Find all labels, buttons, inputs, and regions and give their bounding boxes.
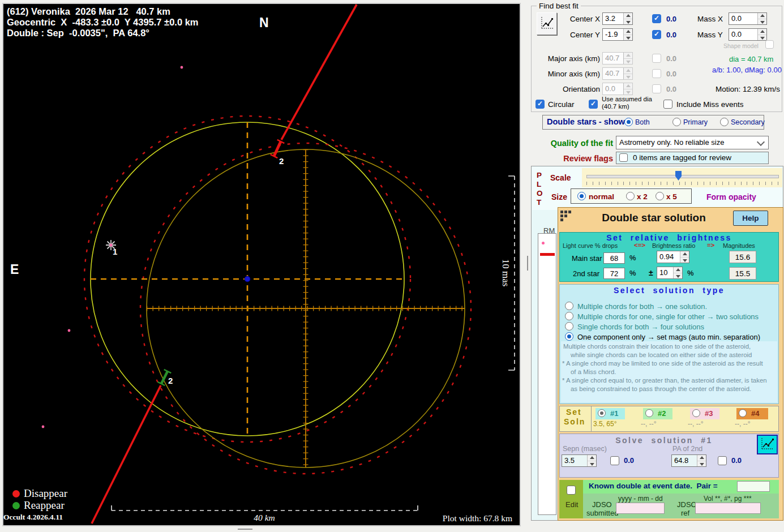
tolerance-input[interactable]: 10 (657, 267, 683, 279)
solution-type-radio-4[interactable] (565, 332, 573, 341)
mas-scale-label: 10 mas (500, 256, 511, 289)
brightness-title: Set relative brightness (559, 233, 779, 242)
size-normal-radio[interactable] (577, 192, 586, 200)
major-axis-input[interactable]: 40.7 (602, 52, 633, 65)
soln3-tag[interactable]: #3 (705, 409, 713, 418)
use-assumed-dia-checkbox[interactable] (589, 100, 598, 109)
disappear-marker (274, 141, 281, 156)
solution-type-option-4[interactable]: One component only → set mags (auto min.… (577, 333, 760, 341)
solution-type-option-3[interactable]: Single chords for both → four solutions (577, 323, 704, 331)
solution-type-title: Select solution type (559, 286, 779, 295)
pa-input[interactable]: 64.8 (671, 454, 706, 467)
note-line: * A single chord may be limited to one s… (562, 360, 763, 367)
minor-axis-lock-checkbox[interactable] (652, 69, 661, 78)
include-miss-label[interactable]: Include Miss events (676, 100, 744, 109)
minor-axis-label: Minor axis (km) (542, 70, 600, 78)
main-star-mag: 15.6 (729, 251, 756, 263)
solution-type-option-2[interactable]: Multiple chords for one, single for othe… (577, 312, 759, 321)
pa-lock-checkbox[interactable] (718, 456, 727, 465)
solution-type-radio-3[interactable] (565, 322, 573, 331)
jdso-ref-input[interactable] (695, 503, 761, 514)
ab-dmag-readout: a/b: 1.00, dMag: 0.00 (712, 66, 782, 74)
occultation-plot[interactable] (3, 4, 521, 525)
show-both-radio[interactable] (624, 118, 633, 126)
solution-type-radio-1[interactable] (565, 302, 573, 310)
mass-x-input[interactable]: 0.0 (729, 12, 767, 25)
mass-y-label: Mass Y (697, 31, 723, 39)
soln4-radio[interactable] (739, 409, 747, 417)
jdso-submitted-input[interactable] (616, 503, 665, 514)
edit-label[interactable]: Edit (565, 500, 578, 509)
use-assumed-dia-label[interactable]: Use assumed dia (40.7 km) (602, 96, 655, 110)
soln2-tag[interactable]: #2 (658, 409, 666, 418)
dialog-title: Double star solution (589, 212, 719, 224)
scale-slider-track[interactable] (586, 175, 779, 178)
form-position-icon[interactable] (560, 211, 574, 224)
second-star-mag: 15.5 (729, 267, 756, 280)
review-flags-text: 0 items are tagged for review (633, 153, 731, 162)
help-button[interactable]: Help (733, 211, 768, 226)
solution-type-radio-2[interactable] (565, 312, 573, 320)
sepn-input[interactable]: 3.5 (562, 454, 597, 467)
center-y-lock-checkbox[interactable] (652, 30, 661, 39)
shape-model-checkbox[interactable] (765, 40, 774, 49)
center-x-input[interactable]: 3.2 (602, 12, 633, 25)
fit-center-dot (245, 276, 250, 282)
vertical-splitter-handle[interactable] (527, 256, 528, 271)
mass-y-input[interactable]: 0.0 (729, 28, 767, 41)
second-star-drop-input[interactable]: 72 (603, 268, 625, 279)
include-miss-checkbox[interactable] (663, 100, 672, 109)
show-secondary-radio[interactable] (720, 118, 729, 126)
shape-model-label: Shape model (723, 42, 759, 49)
soln1-tag[interactable]: #1 (610, 409, 618, 418)
brightness-col1: Light curve % drops (563, 242, 618, 249)
center-y-lock-label: 0.0 (666, 31, 676, 39)
solve-chart-button[interactable] (757, 435, 778, 454)
soln4-tag[interactable]: #4 (751, 409, 759, 418)
brightness-ratio-input[interactable]: 0.94 (657, 251, 689, 263)
solution-type-option-1[interactable]: Multiple chords for both → one solution. (577, 302, 707, 311)
fit-chart-icon (539, 16, 554, 31)
size-x5-label[interactable]: x 5 (666, 192, 677, 201)
major-axis-lock-checkbox[interactable] (652, 54, 661, 63)
horizontal-splitter-handle[interactable] (238, 529, 252, 530)
center-x-lock-checkbox[interactable] (652, 14, 661, 23)
size-x2-radio[interactable] (626, 192, 635, 200)
soln3-radio[interactable] (692, 409, 700, 417)
show-primary-label[interactable]: Primary (683, 118, 708, 126)
orientation-input[interactable]: 0.0 (602, 83, 633, 95)
plus-minus-sign: ± (649, 268, 653, 277)
best-fit-chart-button[interactable] (537, 12, 557, 35)
form-opacity-label[interactable]: Form opacity (706, 192, 756, 201)
occult-window: (612) Veronika 2026 Mar 12 40.7 km Geoce… (0, 0, 784, 532)
size-x5-radio[interactable] (656, 192, 664, 200)
soln4-value: --, --° (735, 420, 750, 428)
show-secondary-label[interactable]: Secondary (731, 118, 765, 126)
quality-dropdown[interactable]: Astrometry only. No reliable size (616, 136, 769, 149)
sepn-lock-checkbox[interactable] (610, 456, 619, 465)
brightness-col2: Brightness ratio (652, 242, 695, 249)
pair-input[interactable] (737, 481, 770, 492)
size-normal-label[interactable]: normal (589, 192, 614, 201)
field-star-dot (181, 66, 183, 69)
circular-label[interactable]: Circular (548, 100, 575, 109)
main-star-drop-input[interactable]: 68 (603, 252, 625, 264)
major-axis-label: Major axis (km) (542, 54, 600, 63)
circular-checkbox[interactable] (535, 100, 545, 109)
soln1-radio[interactable] (598, 409, 606, 417)
review-flags-checkbox[interactable] (619, 153, 628, 162)
chord-list[interactable] (538, 233, 556, 515)
soln2-radio[interactable] (645, 409, 653, 417)
size-x2-label[interactable]: x 2 (637, 192, 648, 201)
show-primary-radio[interactable] (672, 118, 681, 126)
set-soln-label-1: Set (566, 407, 582, 417)
review-flags-label: Review flags (559, 154, 613, 163)
minor-axis-input[interactable]: 40.7 (602, 67, 633, 80)
orientation-lock-checkbox[interactable] (652, 84, 661, 93)
note-line: while single chords can be located on ei… (571, 351, 752, 358)
center-y-input[interactable]: -1.9 (602, 28, 633, 41)
set-soln-label-2: Soln (564, 417, 585, 426)
edit-checkbox[interactable] (567, 486, 576, 495)
show-both-label[interactable]: Both (635, 118, 650, 126)
reappear-legend-dot (12, 502, 20, 509)
